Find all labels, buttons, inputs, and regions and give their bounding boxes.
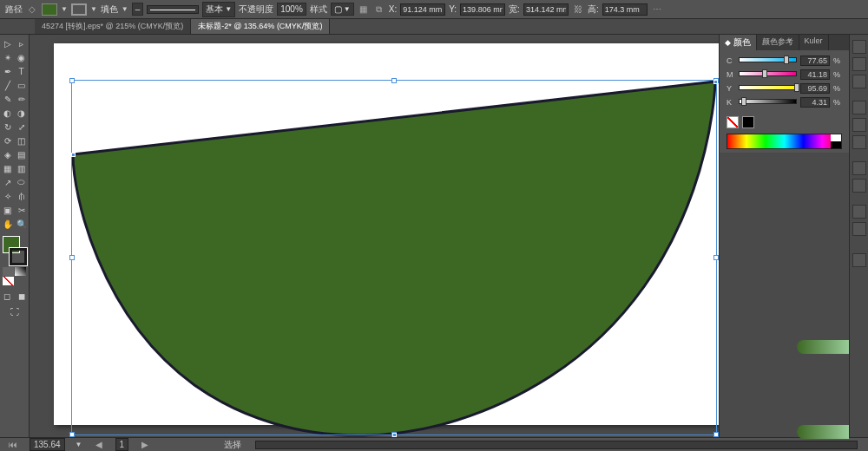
next-artboard-icon[interactable]: ▶ — [139, 439, 151, 451]
handle-bot-left[interactable] — [69, 432, 75, 437]
fill-dropdown-icon[interactable]: ▼ — [61, 5, 68, 13]
brush-style-dropdown[interactable]: 基本 ▼ — [202, 2, 235, 17]
more-icon[interactable]: ⋯ — [651, 3, 663, 16]
dock-artboards-icon[interactable] — [852, 222, 866, 236]
y-field[interactable] — [460, 3, 505, 16]
link-wh-icon[interactable]: ⛓ — [572, 3, 584, 16]
dock-graphic-styles-icon[interactable] — [852, 179, 866, 193]
stroke-swatch[interactable] — [71, 3, 87, 16]
handle-top-left[interactable] — [69, 78, 75, 83]
lasso-tool[interactable]: ◉ — [15, 50, 29, 64]
blend-tool[interactable]: ⬭ — [15, 175, 29, 189]
rotate-tool[interactable]: ↻ — [1, 120, 15, 134]
graph-tool[interactable]: ⫛ — [15, 189, 29, 203]
dock-align-icon[interactable] — [852, 253, 866, 267]
magenta-slider[interactable] — [739, 71, 797, 78]
paintbrush-tool[interactable]: ✎ — [1, 92, 15, 106]
x-field[interactable] — [400, 3, 445, 16]
pencil-tool[interactable]: ✏ — [15, 92, 29, 106]
color-spectrum[interactable] — [727, 134, 842, 149]
zoom-dropdown-icon[interactable]: ▼ — [76, 441, 82, 448]
type-tool[interactable]: T — [15, 64, 29, 78]
dock-gradient-icon[interactable] — [852, 118, 866, 132]
panel-tab-color-guide[interactable]: 颜色参考 — [757, 35, 799, 50]
draw-normal-icon[interactable]: ◻ — [0, 289, 14, 303]
yellow-slider[interactable] — [739, 85, 797, 92]
mode-none[interactable] — [3, 277, 14, 285]
transform-icon[interactable]: ⧉ — [373, 3, 385, 16]
slice-tool[interactable]: ✂ — [15, 203, 29, 217]
mesh-tool[interactable]: ▦ — [1, 161, 15, 175]
handle-top-mid[interactable] — [391, 78, 397, 83]
panel-tab-kuler[interactable]: Kuler — [799, 35, 829, 50]
dock-brushes-icon[interactable] — [852, 57, 866, 71]
shape-builder-tool[interactable]: ◈ — [1, 147, 15, 161]
perspective-tool[interactable]: ▤ — [15, 147, 29, 161]
eraser-tool[interactable]: ◑ — [15, 106, 29, 120]
horizontal-scrollbar[interactable] — [255, 441, 858, 449]
magic-wand-tool[interactable]: ✴ — [1, 50, 15, 64]
fill-swatch[interactable] — [42, 3, 57, 16]
gradient-tool[interactable]: ▥ — [15, 161, 29, 175]
cyan-value[interactable]: 77.65 — [800, 56, 830, 66]
anchor-point[interactable] — [713, 80, 718, 84]
first-artboard-icon[interactable]: ⏮ — [7, 439, 19, 451]
black-swatch[interactable] — [742, 116, 754, 128]
artboard-tool[interactable]: ▣ — [1, 203, 15, 217]
mode-color[interactable] — [3, 267, 14, 276]
fill-stroke-indicator[interactable] — [3, 236, 27, 265]
floating-tab-2[interactable] — [797, 425, 849, 439]
tab-document-2[interactable]: 未标题-2* @ 135.64% (CMYK/预览) — [191, 19, 330, 34]
stroke-weight-field[interactable]: – — [132, 3, 144, 16]
style-dropdown[interactable]: ▢ ▼ — [331, 3, 354, 16]
pen-tool[interactable]: ✒ — [1, 64, 15, 78]
symbol-sprayer-tool[interactable]: ✧ — [1, 189, 15, 203]
none-swatch[interactable] — [727, 116, 739, 128]
cyan-slider[interactable] — [739, 57, 797, 64]
direct-selection-tool[interactable]: ▹ — [15, 36, 29, 50]
mode-gradient[interactable] — [15, 267, 26, 276]
hand-tool[interactable]: ✋ — [1, 217, 15, 231]
anchor-point[interactable] — [71, 153, 76, 157]
selection-tool[interactable]: ▷ — [1, 36, 15, 50]
anchor-icon[interactable]: ◇ — [26, 3, 38, 16]
dock-stroke-icon[interactable] — [852, 101, 866, 114]
free-transform-tool[interactable]: ◫ — [15, 134, 29, 147]
dock-symbols-icon[interactable] — [852, 75, 866, 88]
tab-document-1[interactable]: 45274 [转换].eps* @ 215% (CMYK/预览) — [35, 19, 191, 34]
eyedropper-tool[interactable]: ↗ — [1, 175, 15, 189]
magenta-value[interactable]: 41.18 — [800, 69, 830, 80]
prev-artboard-icon[interactable]: ◀ — [93, 439, 105, 451]
line-tool[interactable]: ╱ — [1, 78, 15, 92]
rectangle-tool[interactable]: ▭ — [15, 78, 29, 92]
dock-layers-icon[interactable] — [852, 205, 866, 219]
yellow-value[interactable]: 95.69 — [800, 83, 830, 94]
black-slider[interactable] — [739, 99, 797, 106]
handle-right-mid[interactable] — [713, 255, 719, 260]
stroke-preview[interactable] — [147, 5, 199, 14]
opacity-field[interactable]: 100% — [277, 3, 306, 16]
zoom-field[interactable]: 135.64 — [30, 438, 65, 451]
dock-appearance-icon[interactable] — [852, 161, 866, 175]
dock-swatches-icon[interactable] — [852, 40, 866, 54]
artboard-nav-field[interactable]: 1 — [115, 438, 129, 451]
handle-bot-right[interactable] — [713, 432, 719, 437]
handle-left-mid[interactable] — [69, 255, 75, 260]
stroke-dropdown-icon[interactable]: ▼ — [90, 5, 97, 13]
dock-transparency-icon[interactable] — [852, 135, 866, 149]
width-tool[interactable]: ⟳ — [1, 134, 15, 147]
zoom-tool[interactable]: 🔍 — [15, 217, 29, 231]
chevron-down-icon[interactable]: ▼ — [122, 5, 128, 13]
black-value[interactable]: 4.31 — [800, 97, 830, 108]
h-field[interactable] — [602, 3, 648, 16]
anchor-point[interactable] — [392, 433, 397, 437]
scale-tool[interactable]: ⤢ — [15, 120, 29, 134]
align-icon[interactable]: ▦ — [358, 3, 370, 16]
w-field[interactable] — [523, 3, 569, 16]
stroke-color[interactable] — [10, 248, 27, 265]
screen-mode-button[interactable]: ⛶ — [8, 304, 22, 318]
draw-behind-icon[interactable]: ◼ — [15, 289, 29, 303]
floating-tab-1[interactable] — [797, 340, 849, 354]
panel-tab-color[interactable]: ◆ 颜色 — [720, 35, 757, 50]
blob-brush-tool[interactable]: ◐ — [1, 106, 15, 120]
